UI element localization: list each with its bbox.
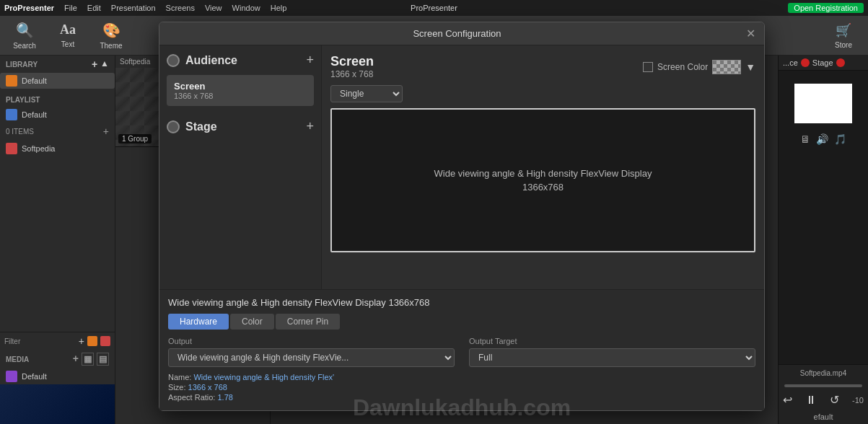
layout-select[interactable]: Single — [330, 85, 403, 102]
stage-label-right: Stage — [812, 58, 833, 67]
name-row: Name: Wide viewing angle & High density … — [168, 373, 755, 381]
library-item-icon — [6, 75, 17, 87]
playlist-item-default[interactable]: Default — [0, 107, 115, 123]
menu-file[interactable]: File — [64, 4, 77, 12]
dialog-titlebar: Screen Configuration ✕ — [159, 22, 764, 45]
menu-view[interactable]: View — [205, 4, 222, 12]
dialog-right-panel: Screen 1366 x 768 Screen Color ▼ Single — [322, 45, 764, 289]
main-layout: LIBRARY + ▲ Default PLAYLIST Default 0 I… — [0, 56, 868, 424]
menu-window[interactable]: Window — [232, 4, 260, 12]
open-registration-button[interactable]: Open Registration — [788, 3, 864, 13]
playback-slider[interactable] — [784, 384, 862, 387]
preview-area: 🖥 🔊 🎵 — [779, 71, 868, 364]
output-select[interactable]: Wide viewing angle & High density FlexVi… — [168, 348, 455, 367]
size-row: Size: 1366 x 768 — [168, 383, 755, 392]
library-add-button[interactable]: + — [92, 58, 97, 70]
screen-item-name: Screen — [174, 81, 307, 92]
default-label: efault — [779, 410, 868, 424]
preview-white-box — [794, 84, 852, 123]
right-label: ...ce — [783, 58, 798, 67]
screen-header-row: Screen 1366 x 768 Screen Color ▼ — [330, 54, 755, 79]
screen-color-dropdown-button[interactable]: ▼ — [745, 61, 755, 73]
dialog-body: Audience + Screen 1366 x 768 Stage + — [159, 45, 764, 289]
library-label: LIBRARY — [6, 61, 38, 69]
screen-name-block: Screen 1366 x 768 — [330, 54, 374, 79]
display-preview-size: 1366x768 — [522, 182, 564, 193]
media-view-icon-1[interactable]: ▦ — [82, 353, 94, 366]
playlist-item-label: Default — [22, 110, 47, 119]
stage-toggle[interactable] — [167, 120, 180, 133]
size-value: 1366 x 768 — [188, 383, 227, 392]
media-add-button[interactable]: + — [73, 353, 79, 366]
dialog-left-panel: Audience + Screen 1366 x 768 Stage + — [159, 45, 322, 289]
library-item-label: Default — [22, 76, 47, 85]
dialog-title: Screen Configuration — [168, 28, 746, 39]
display-preview: Wide viewing angle & High density FlexVi… — [330, 108, 755, 252]
theme-button[interactable]: 🎨 Theme — [89, 17, 133, 53]
menu-edit[interactable]: Edit — [87, 4, 101, 12]
music-icon: 🎵 — [834, 133, 846, 145]
dialog-close-button[interactable]: ✕ — [746, 28, 755, 40]
filter-label: Filter — [4, 337, 76, 345]
media-item-default[interactable]: Default — [0, 368, 115, 384]
library-section-header: LIBRARY + ▲ — [0, 56, 115, 73]
name-value: Wide viewing angle & High density Flex' — [193, 373, 334, 381]
screen-color-checkbox[interactable] — [643, 62, 653, 72]
tab-color[interactable]: Color — [230, 314, 274, 330]
tab-row: Hardware Color Corner Pin — [168, 314, 755, 330]
tab-corner-pin[interactable]: Corner Pin — [276, 314, 340, 330]
toolbar-right: 🛒 Store — [822, 17, 865, 53]
output-col: Output Wide viewing angle & High density… — [168, 337, 455, 367]
library-collapse-button[interactable]: ▲ — [100, 58, 109, 70]
menu-help[interactable]: Help — [271, 4, 287, 12]
rewind-button[interactable]: ↩ — [783, 393, 792, 407]
screen-size-sub: 1366 x 768 — [330, 69, 374, 79]
filter-icon-1 — [87, 336, 97, 346]
audience-add-button[interactable]: + — [306, 53, 314, 68]
theme-icon: 🎨 — [102, 22, 120, 39]
media-view-icon-2[interactable]: ▤ — [97, 353, 109, 366]
media-section-header: MEDIA + ▦ ▤ — [0, 350, 115, 368]
dialog-bottom: Wide viewing angle & High density FlexVi… — [159, 289, 764, 410]
file-info-row: Softpedia.mp4 — [779, 364, 868, 381]
screen-config-dialog[interactable]: Screen Configuration ✕ Audience + Screen… — [159, 22, 765, 411]
screen-color-label: Screen Color — [657, 62, 708, 72]
softpedia-icon — [6, 143, 17, 154]
theme-label: Theme — [100, 42, 122, 50]
text-label: Text — [61, 40, 74, 48]
forward-button[interactable]: ↺ — [830, 393, 839, 407]
single-select-row: Single — [330, 85, 755, 102]
items-add-button[interactable]: + — [103, 125, 109, 137]
audience-header: Audience + — [167, 53, 314, 68]
screen-item-size: 1366 x 768 — [174, 92, 307, 100]
tab-hardware[interactable]: Hardware — [168, 314, 229, 330]
menu-presentation[interactable]: Presentation — [111, 4, 156, 12]
media-item-label: Default — [22, 372, 47, 381]
app-name[interactable]: ProPresenter — [4, 4, 54, 12]
output-row: Output Wide viewing angle & High density… — [168, 337, 755, 367]
softpedia-item[interactable]: Softpedia — [0, 140, 115, 157]
menu-bar: ProPresenter File Edit Presentation Scre… — [0, 0, 868, 16]
audience-title: Audience — [185, 54, 300, 67]
output-target-label: Output Target — [469, 337, 755, 345]
search-label: Search — [13, 42, 36, 50]
group-badge: 1 Group — [118, 134, 152, 143]
filter-icon-2 — [100, 336, 110, 346]
store-icon: 🛒 — [836, 22, 851, 38]
library-item-default[interactable]: Default — [0, 73, 115, 89]
filter-add-button[interactable]: + — [79, 335, 84, 347]
search-button[interactable]: 🔍 Search — [3, 17, 46, 53]
audience-toggle[interactable] — [167, 54, 180, 67]
menu-screens[interactable]: Screens — [166, 4, 195, 12]
screen-item[interactable]: Screen 1366 x 768 — [167, 75, 314, 106]
pause-button[interactable]: ⏸ — [805, 394, 817, 407]
screen-color-swatch[interactable] — [712, 60, 741, 74]
store-button[interactable]: 🛒 Store — [822, 17, 865, 53]
left-sidebar: LIBRARY + ▲ Default PLAYLIST Default 0 I… — [0, 56, 115, 424]
name-label: Name: — [168, 373, 191, 381]
size-label: Size: — [168, 383, 185, 392]
output-target-select[interactable]: Full — [469, 348, 755, 367]
text-button[interactable]: Aa Text — [46, 17, 89, 53]
stage-add-button[interactable]: + — [306, 119, 314, 134]
right-panel: ...ce Stage 🖥 🔊 🎵 Softpedia.mp4 ↩ ⏸ ↺ -1… — [778, 56, 868, 424]
